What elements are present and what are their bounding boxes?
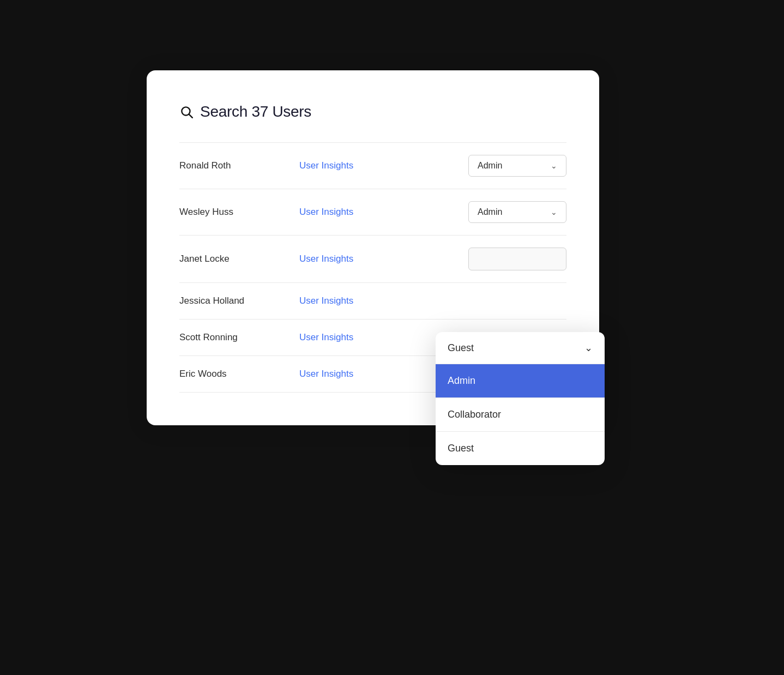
table-row: Janet Locke User Insights <box>179 236 566 283</box>
role-value: Admin <box>478 207 502 217</box>
role-value: Admin <box>478 161 502 171</box>
dropdown-current-value: Guest <box>448 342 474 354</box>
table-row: Jessica Holland User Insights <box>179 283 566 320</box>
svg-line-1 <box>189 114 192 118</box>
search-header: Search 37 Users <box>179 103 566 120</box>
user-name: Ronald Roth <box>179 160 299 171</box>
table-row: Wesley Huss User Insights Admin ⌄ <box>179 189 566 236</box>
role-dropdown[interactable]: Admin ⌄ <box>468 201 566 223</box>
user-insights-link[interactable]: User Insights <box>299 207 468 218</box>
user-name: Janet Locke <box>179 254 299 264</box>
user-name: Wesley Huss <box>179 207 299 218</box>
user-name: Eric Woods <box>179 369 299 379</box>
table-row: Ronald Roth User Insights Admin ⌄ <box>179 142 566 189</box>
dropdown-card: Guest ⌄ Admin Collaborator Guest <box>436 332 605 465</box>
dropdown-option-admin[interactable]: Admin <box>436 364 605 398</box>
chevron-down-icon: ⌄ <box>551 161 557 170</box>
user-name: Scott Ronning <box>179 332 299 343</box>
user-insights-link[interactable]: User Insights <box>299 296 468 306</box>
user-insights-link[interactable]: User Insights <box>299 160 468 171</box>
dropdown-header[interactable]: Guest ⌄ <box>436 332 605 364</box>
user-insights-link[interactable]: User Insights <box>299 254 468 264</box>
scene: Search 37 Users Ronald Roth User Insight… <box>147 70 637 605</box>
chevron-down-icon: ⌄ <box>584 342 593 354</box>
dropdown-option-guest[interactable]: Guest <box>436 432 605 465</box>
role-dropdown[interactable]: Admin ⌄ <box>468 155 566 177</box>
search-icon <box>179 105 194 119</box>
user-name: Jessica Holland <box>179 296 299 306</box>
role-dropdown-partial[interactable] <box>468 248 566 270</box>
chevron-down-icon: ⌄ <box>551 208 557 216</box>
search-title: Search 37 Users <box>200 103 311 120</box>
dropdown-option-collaborator[interactable]: Collaborator <box>436 398 605 432</box>
